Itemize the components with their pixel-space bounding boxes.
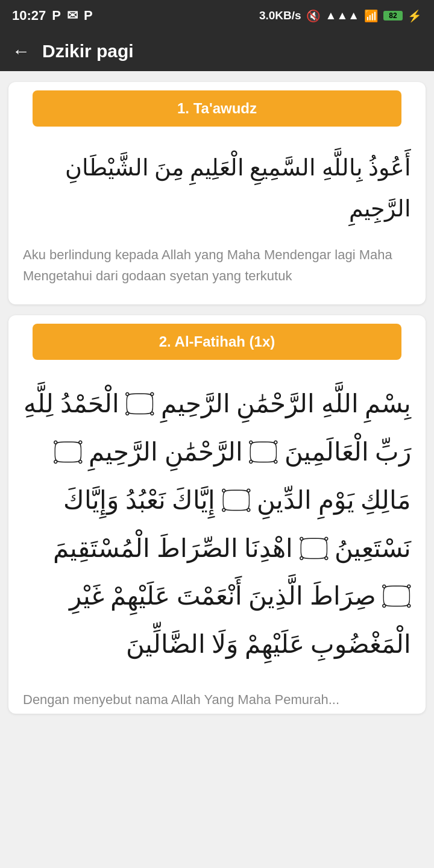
notification-icon-p2: P [84, 8, 93, 24]
main-content: 1. Ta'awudz أَعُوذُ بِاللَّهِ السَّمِيعِ… [0, 71, 434, 725]
wifi-icon: 📶 [364, 9, 379, 23]
time-display: 10:27 [12, 8, 46, 24]
card-header-label-taawudz: 1. Ta'awudz [177, 100, 257, 116]
arabic-text-taawudz: أَعُوذُ بِاللَّهِ السَّمِيعِ الْعَلِيمِ … [23, 147, 411, 230]
card-body-taawudz: أَعُوذُ بِاللَّهِ السَّمِيعِ الْعَلِيمِ … [8, 135, 426, 304]
card-alfatihah: 2. Al-Fatihah (1x) بِسْمِ اللَّهِ الرَّح… [8, 315, 426, 714]
status-right: 3.0KB/s 🔇 ▲▲▲ 📶 82 ⚡ [259, 9, 422, 23]
back-button[interactable]: ← [12, 42, 30, 60]
battery-icon: 82 [383, 11, 403, 20]
translation-preview-alfatihah: Dengan menyebut nama Allah Yang Maha Pem… [8, 692, 426, 714]
status-bar: 10:27 P ✉ P 3.0KB/s 🔇 ▲▲▲ 📶 82 ⚡ [0, 0, 434, 31]
network-speed: 3.0KB/s [259, 9, 301, 22]
mute-icon: 🔇 [306, 9, 321, 23]
card-header-label-alfatihah: 2. Al-Fatihah (1x) [159, 333, 275, 350]
card-taawudz: 1. Ta'awudz أَعُوذُ بِاللَّهِ السَّمِيعِ… [8, 82, 426, 304]
translation-taawudz: Aku berlindung kepada Allah yang Maha Me… [23, 244, 411, 286]
notification-icon-p1: P [52, 8, 61, 24]
card-header-taawudz: 1. Ta'awudz [33, 90, 401, 127]
signal-icon: ▲▲▲ [326, 9, 359, 22]
status-left: 10:27 P ✉ P [12, 8, 93, 24]
arabic-text-alfatihah: بِسْمِ اللَّهِ الرَّحْمَٰنِ الرَّحِيمِ ۝… [23, 380, 411, 669]
card-header-alfatihah: 2. Al-Fatihah (1x) [33, 324, 401, 360]
page-title: Dzikir pagi [42, 41, 134, 61]
mail-icon: ✉ [67, 8, 78, 24]
top-bar: ← Dzikir pagi [0, 31, 434, 71]
card-body-alfatihah: بِسْمِ اللَّهِ الرَّحْمَٰنِ الرَّحِيمِ ۝… [8, 368, 426, 692]
charging-icon: ⚡ [407, 9, 422, 23]
